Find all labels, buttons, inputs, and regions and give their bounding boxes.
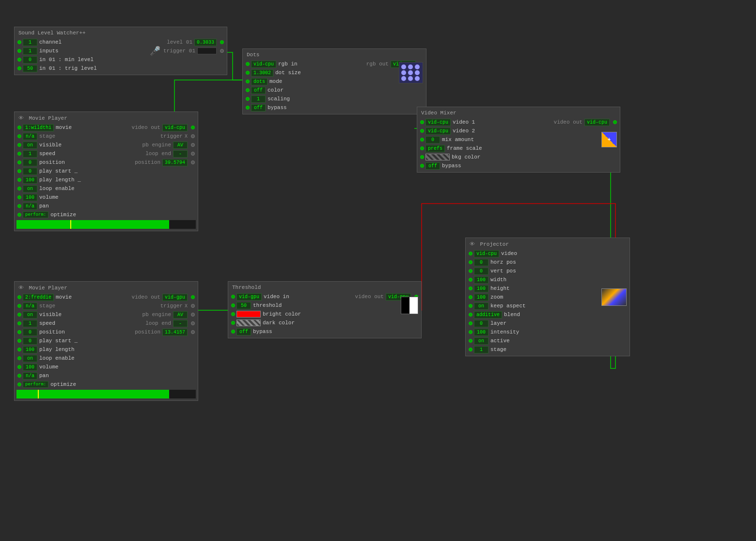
dark-color-swatch[interactable] bbox=[236, 319, 261, 326]
port-dot[interactable] bbox=[469, 278, 472, 282]
value-horz-pos[interactable]: 0 bbox=[474, 259, 488, 266]
port-dot[interactable] bbox=[17, 160, 21, 164]
value-height[interactable]: 100 bbox=[474, 285, 488, 292]
port-dot[interactable] bbox=[420, 120, 424, 124]
port-dot[interactable] bbox=[17, 126, 21, 129]
bright-color-swatch[interactable] bbox=[236, 311, 261, 318]
value-loop-enable1[interactable]: on bbox=[23, 185, 37, 192]
port-dot-right[interactable] bbox=[191, 304, 195, 308]
port-dot[interactable] bbox=[17, 365, 21, 369]
port-dot[interactable] bbox=[17, 295, 21, 299]
port-dot-right[interactable] bbox=[191, 126, 195, 129]
port-dot[interactable] bbox=[469, 304, 472, 308]
value-threshold[interactable]: 50 bbox=[236, 302, 251, 309]
port-dot[interactable] bbox=[469, 348, 472, 351]
port-dot-right[interactable] bbox=[191, 160, 195, 164]
port-dot-right[interactable] bbox=[220, 49, 224, 53]
value-pb-engine2[interactable]: AV bbox=[173, 311, 188, 318]
value-channel[interactable]: 1 bbox=[23, 39, 37, 46]
port-dot[interactable] bbox=[17, 374, 21, 378]
value-min-level[interactable]: 0 bbox=[23, 56, 37, 64]
value-th-bypass[interactable]: off bbox=[236, 328, 251, 335]
port-dot[interactable] bbox=[420, 155, 424, 159]
port-dot[interactable] bbox=[17, 321, 21, 325]
value-vm-bypass[interactable]: off bbox=[425, 162, 440, 170]
value-movie2[interactable]: 2:freddie bbox=[23, 294, 54, 301]
port-dot[interactable] bbox=[246, 97, 250, 101]
port-dot[interactable] bbox=[246, 88, 250, 92]
port-dot[interactable] bbox=[17, 356, 21, 360]
value-layer[interactable]: 0 bbox=[474, 320, 488, 327]
port-dot[interactable] bbox=[231, 312, 235, 316]
value-pos-right1[interactable]: 39.5794 bbox=[162, 159, 188, 166]
value-loop-end2[interactable]: - bbox=[173, 320, 188, 327]
value-zoom[interactable]: 100 bbox=[474, 294, 488, 301]
mp1-progress-bar[interactable] bbox=[16, 220, 196, 229]
value-inputs[interactable]: 1 bbox=[23, 48, 37, 55]
port-dot[interactable] bbox=[420, 138, 424, 142]
port-dot[interactable] bbox=[17, 187, 21, 191]
value-mp2-video-out[interactable]: vid-gpu bbox=[162, 294, 188, 301]
value-mode[interactable]: dots bbox=[251, 78, 268, 85]
value-color[interactable]: off bbox=[251, 87, 266, 94]
port-dot[interactable] bbox=[246, 71, 250, 75]
port-dot-right[interactable] bbox=[191, 313, 195, 317]
value-dot-size[interactable]: 1.3002 bbox=[251, 69, 273, 77]
port-dot-right[interactable] bbox=[191, 295, 195, 299]
port-dot[interactable] bbox=[420, 129, 424, 133]
value-pb-engine1[interactable]: AV bbox=[173, 142, 188, 149]
port-dot-right[interactable] bbox=[191, 321, 195, 325]
port-dot[interactable] bbox=[469, 269, 472, 273]
value-position1[interactable]: 0 bbox=[23, 159, 37, 166]
value-blend[interactable]: additive bbox=[474, 311, 502, 318]
value-stage1[interactable]: n/a bbox=[23, 133, 37, 140]
value-active[interactable]: on bbox=[474, 337, 488, 345]
value-pan1[interactable]: n/a bbox=[23, 203, 37, 210]
bkg-color-swatch[interactable] bbox=[425, 154, 450, 160]
port-dot[interactable] bbox=[420, 164, 424, 168]
port-dot[interactable] bbox=[17, 143, 21, 147]
value-video1[interactable]: vid-cpu bbox=[425, 119, 451, 126]
port-dot[interactable] bbox=[17, 58, 21, 62]
value-proj-stage[interactable]: 1 bbox=[474, 346, 488, 353]
port-dot[interactable] bbox=[231, 303, 235, 307]
value-pos-right2[interactable]: 13.4157 bbox=[162, 329, 188, 336]
value-mix[interactable]: 0 bbox=[425, 136, 440, 143]
value-scaling[interactable]: 1 bbox=[251, 95, 266, 103]
value-optimize2[interactable]: perform: bbox=[23, 381, 48, 388]
value-intensity[interactable]: 100 bbox=[474, 329, 488, 336]
port-dot[interactable] bbox=[17, 204, 21, 208]
port-dot[interactable] bbox=[231, 321, 235, 325]
port-dot[interactable] bbox=[246, 106, 250, 110]
port-dot[interactable] bbox=[469, 321, 472, 325]
value-vid-gpu-in[interactable]: vid-gpu bbox=[236, 293, 262, 301]
port-dot[interactable] bbox=[246, 80, 250, 83]
value-width[interactable]: 100 bbox=[474, 276, 488, 284]
port-dot-right[interactable] bbox=[191, 134, 195, 138]
port-dot-right[interactable] bbox=[613, 120, 617, 124]
port-dot[interactable] bbox=[469, 330, 472, 334]
port-dot[interactable] bbox=[17, 313, 21, 317]
value-volume1[interactable]: 100 bbox=[23, 194, 37, 201]
port-dot-right[interactable] bbox=[191, 152, 195, 156]
port-dot-right[interactable] bbox=[191, 143, 195, 147]
value-bypass[interactable]: off bbox=[251, 104, 266, 111]
value-speed1[interactable]: 1 bbox=[23, 150, 37, 158]
value-stage2[interactable]: n/a bbox=[23, 302, 37, 310]
value-optimize1[interactable]: perform: bbox=[23, 211, 48, 218]
port-dot[interactable] bbox=[17, 213, 21, 217]
value-visible2[interactable]: on bbox=[23, 311, 37, 318]
port-dot[interactable] bbox=[17, 348, 21, 351]
port-dot[interactable] bbox=[231, 330, 235, 334]
port-dot[interactable] bbox=[17, 49, 21, 53]
value-keep-aspect[interactable]: on bbox=[474, 302, 488, 310]
value-mp1-video-out[interactable]: vid-cpu bbox=[162, 124, 188, 131]
mp2-progress-bar[interactable] bbox=[16, 390, 196, 398]
value-play-start2[interactable]: 0 bbox=[23, 337, 37, 345]
value-video2[interactable]: vid-cpu bbox=[425, 127, 451, 135]
port-dot[interactable] bbox=[469, 260, 472, 264]
value-pan2[interactable]: n/a bbox=[23, 372, 37, 380]
port-dot[interactable] bbox=[246, 62, 250, 66]
port-dot[interactable] bbox=[17, 152, 21, 156]
value-level01[interactable]: 0.3033 bbox=[194, 39, 217, 46]
